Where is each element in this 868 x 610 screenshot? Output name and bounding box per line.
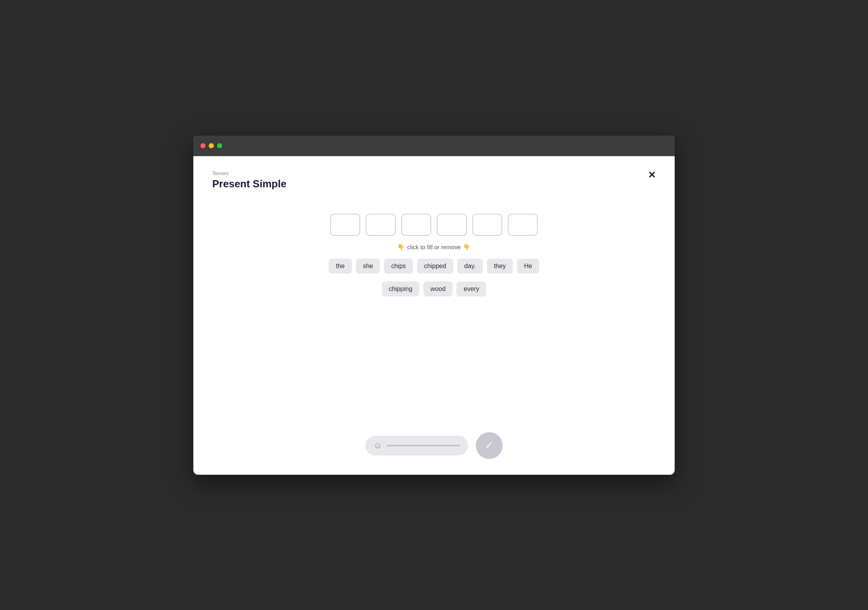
answer-slot-2[interactable] xyxy=(366,214,396,236)
word-chip-wood[interactable]: wood xyxy=(423,282,453,297)
close-dot[interactable] xyxy=(200,143,206,148)
left-hand-icon: 👇 xyxy=(397,244,405,251)
word-chip-the[interactable]: the xyxy=(329,259,352,274)
minimize-dot[interactable] xyxy=(209,143,214,148)
exercise-area: 👇 click to fill or remove 👇 the she chip… xyxy=(212,214,656,297)
progress-slider[interactable]: ☺ xyxy=(365,436,468,455)
titlebar xyxy=(193,136,675,156)
close-button[interactable]: ✕ xyxy=(648,170,656,180)
word-chip-chipped[interactable]: chipped xyxy=(417,259,453,274)
slider-track xyxy=(387,445,460,446)
category-label: Tenses xyxy=(212,170,656,176)
page-title: Present Simple xyxy=(212,178,656,190)
fullscreen-dot[interactable] xyxy=(217,143,222,148)
smiley-icon: ☺ xyxy=(373,440,382,451)
word-chip-she[interactable]: she xyxy=(356,259,380,274)
answer-slot-5[interactable] xyxy=(472,214,502,236)
right-hand-icon: 👇 xyxy=(463,244,471,251)
answer-slot-1[interactable] xyxy=(330,214,360,236)
answer-slot-6[interactable] xyxy=(508,214,538,236)
word-chip-every[interactable]: every xyxy=(456,282,486,297)
app-window: Tenses Present Simple ✕ 👇 click to fill … xyxy=(193,136,675,475)
word-chip-chips[interactable]: chips xyxy=(384,259,413,274)
check-button[interactable]: ✓ xyxy=(476,432,503,459)
answer-slot-4[interactable] xyxy=(437,214,467,236)
word-bank-row1: the she chips chipped day. they He xyxy=(329,259,539,274)
instruction-text: 👇 click to fill or remove 👇 xyxy=(397,244,471,251)
answer-slot-3[interactable] xyxy=(401,214,431,236)
word-chip-day[interactable]: day. xyxy=(457,259,483,274)
bottom-bar: ☺ ✓ xyxy=(365,432,503,459)
header: Tenses Present Simple xyxy=(212,170,656,190)
word-chip-they[interactable]: they xyxy=(487,259,513,274)
check-icon: ✓ xyxy=(485,439,494,451)
answer-slots-container xyxy=(330,214,538,236)
word-chip-he[interactable]: He xyxy=(517,259,539,274)
word-chip-chipping[interactable]: chipping xyxy=(382,282,420,297)
content-area: Tenses Present Simple ✕ 👇 click to fill … xyxy=(193,156,675,475)
instruction-label: click to fill or remove xyxy=(407,244,461,250)
word-bank-row2: chipping wood every xyxy=(382,282,486,297)
